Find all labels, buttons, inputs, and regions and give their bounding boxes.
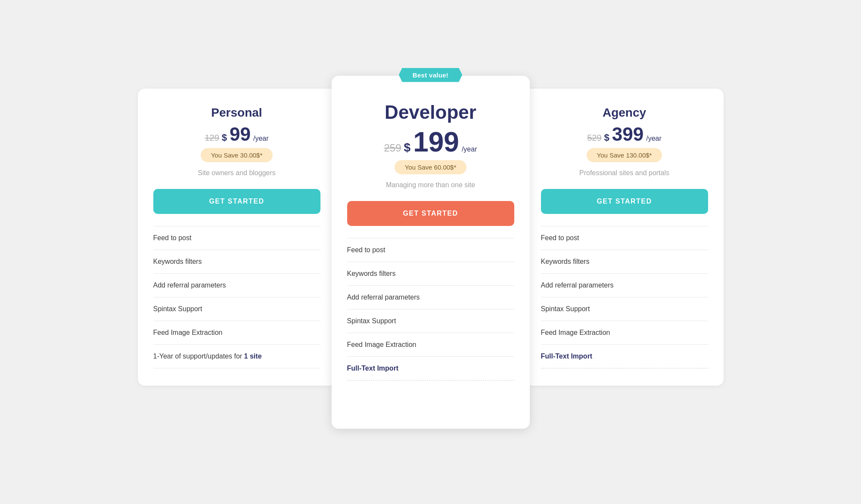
feature-fulltext-agency: Full-Text Import	[541, 345, 708, 368]
feature-spintax-developer: Spintax Support	[347, 309, 514, 333]
plan-description-agency: Professional sites and portals	[541, 169, 708, 177]
feature-referral-personal: Add referral parameters	[153, 274, 320, 297]
feature-keywords-developer: Keywords filters	[347, 262, 514, 286]
old-price-agency: 529	[587, 133, 601, 143]
get-started-button-agency[interactable]: GET STARTED	[541, 189, 708, 214]
feature-feed-to-post-personal: Feed to post	[153, 226, 320, 250]
feature-feed-to-post-agency: Feed to post	[541, 226, 708, 250]
savings-badge-developer: You Save 60.00$*	[395, 160, 467, 174]
per-year-personal: /year	[253, 135, 269, 142]
get-started-button-personal[interactable]: GET STARTED	[153, 189, 320, 214]
feature-keywords-personal: Keywords filters	[153, 250, 320, 274]
old-price-developer: 259	[384, 142, 401, 154]
main-price-developer: 199	[413, 128, 459, 156]
main-price-agency: 399	[612, 125, 643, 144]
plan-name-developer: Developer	[347, 102, 514, 123]
features-list-agency: Feed to post Keywords filters Add referr…	[541, 226, 708, 368]
plan-description-developer: Managing more than one site	[347, 181, 514, 189]
feature-keywords-agency: Keywords filters	[541, 250, 708, 274]
plan-personal: Personal 129 $ 99 /year You Save 30.00$*…	[138, 89, 336, 386]
feature-image-agency: Feed Image Extraction	[541, 321, 708, 345]
pricing-container: Personal 129 $ 99 /year You Save 30.00$*…	[121, 84, 741, 420]
feature-image-personal: Feed Image Extraction	[153, 321, 320, 345]
feature-support-personal: 1-Year of support/updates for 1 site	[153, 345, 320, 368]
feature-spintax-personal: Spintax Support	[153, 297, 320, 321]
features-list-developer: Feed to post Keywords filters Add referr…	[347, 238, 514, 380]
plan-description-personal: Site owners and bloggers	[153, 169, 320, 177]
feature-fulltext-developer: Full-Text Import	[347, 357, 514, 380]
dollar-sign-personal: $	[222, 132, 227, 143]
old-price-personal: 129	[205, 133, 219, 143]
feature-referral-agency: Add referral parameters	[541, 274, 708, 297]
features-list-personal: Feed to post Keywords filters Add referr…	[153, 226, 320, 368]
price-row-personal: 129 $ 99 /year	[153, 125, 320, 144]
get-started-button-developer[interactable]: GET STARTED	[347, 201, 514, 226]
savings-badge-agency: You Save 130.00$*	[587, 148, 662, 162]
price-row-agency: 529 $ 399 /year	[541, 125, 708, 144]
dollar-sign-developer: $	[404, 141, 411, 155]
feature-spintax-agency: Spintax Support	[541, 297, 708, 321]
savings-badge-personal: You Save 30.00$*	[201, 148, 273, 162]
plan-developer: Best value! Developer 259 $ 199 /year Yo…	[332, 76, 530, 429]
plan-name-personal: Personal	[153, 106, 320, 120]
per-year-agency: /year	[646, 135, 662, 142]
best-value-banner: Best value!	[399, 68, 462, 82]
dollar-sign-agency: $	[604, 132, 609, 143]
plan-name-agency: Agency	[541, 106, 708, 120]
price-row-developer: 259 $ 199 /year	[347, 128, 514, 156]
feature-referral-developer: Add referral parameters	[347, 286, 514, 309]
per-year-developer: /year	[462, 145, 477, 153]
feature-feed-to-post-developer: Feed to post	[347, 238, 514, 262]
main-price-personal: 99	[230, 125, 251, 144]
plan-agency: Agency 529 $ 399 /year You Save 130.00$*…	[525, 89, 724, 386]
feature-image-developer: Feed Image Extraction	[347, 333, 514, 357]
